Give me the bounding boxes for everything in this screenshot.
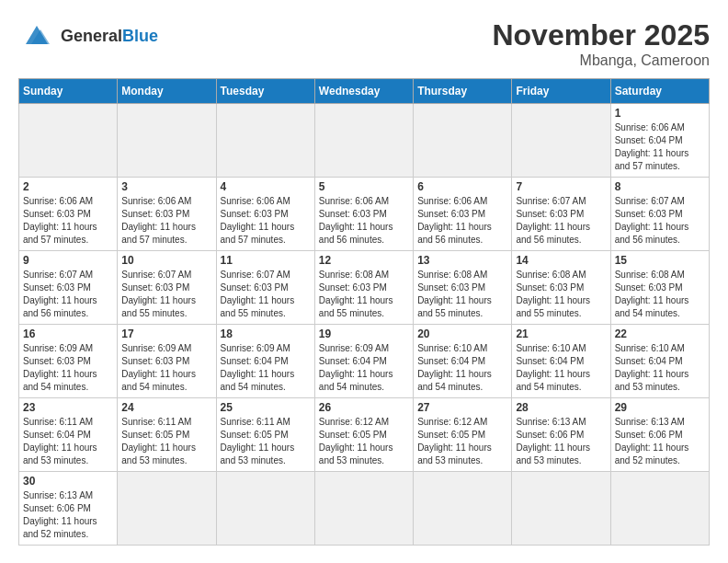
day-info: Sunrise: 6:06 AM Sunset: 6:03 PM Dayligh… <box>417 195 507 247</box>
day-info: Sunrise: 6:08 AM Sunset: 6:03 PM Dayligh… <box>319 269 409 320</box>
calendar-cell: 8Sunrise: 6:07 AM Sunset: 6:03 PM Daylig… <box>610 178 709 251</box>
day-number: 2 <box>23 180 113 193</box>
day-info: Sunrise: 6:06 AM Sunset: 6:04 PM Dayligh… <box>615 121 705 173</box>
week-row-5: 30Sunrise: 6:13 AM Sunset: 6:06 PM Dayli… <box>19 472 710 546</box>
calendar-cell: 23Sunrise: 6:11 AM Sunset: 6:04 PM Dayli… <box>19 398 118 472</box>
weekday-header-thursday: Thursday <box>414 79 512 104</box>
day-number: 26 <box>319 401 409 414</box>
day-info: Sunrise: 6:06 AM Sunset: 6:03 PM Dayligh… <box>221 195 311 247</box>
calendar-cell: 11Sunrise: 6:07 AM Sunset: 6:03 PM Dayli… <box>216 251 314 325</box>
calendar-cell: 15Sunrise: 6:08 AM Sunset: 6:03 PM Dayli… <box>610 251 709 325</box>
calendar-cell <box>414 104 512 178</box>
weekday-header-wednesday: Wednesday <box>314 79 413 104</box>
day-number: 19 <box>319 327 409 340</box>
calendar-cell: 28Sunrise: 6:13 AM Sunset: 6:06 PM Dayli… <box>512 398 610 472</box>
calendar-cell <box>314 472 413 546</box>
calendar-cell: 21Sunrise: 6:10 AM Sunset: 6:04 PM Dayli… <box>512 325 610 398</box>
day-info: Sunrise: 6:13 AM Sunset: 6:06 PM Dayligh… <box>615 416 705 467</box>
weekday-header-sunday: Sunday <box>19 79 118 104</box>
weekday-header-monday: Monday <box>118 79 216 104</box>
calendar-cell: 13Sunrise: 6:08 AM Sunset: 6:03 PM Dayli… <box>414 251 512 325</box>
calendar-cell: 30Sunrise: 6:13 AM Sunset: 6:06 PM Dayli… <box>19 472 118 546</box>
day-info: Sunrise: 6:07 AM Sunset: 6:03 PM Dayligh… <box>516 195 606 247</box>
calendar-cell: 25Sunrise: 6:11 AM Sunset: 6:05 PM Dayli… <box>216 398 314 472</box>
day-info: Sunrise: 6:08 AM Sunset: 6:03 PM Dayligh… <box>615 269 705 320</box>
day-info: Sunrise: 6:06 AM Sunset: 6:03 PM Dayligh… <box>319 195 409 247</box>
day-info: Sunrise: 6:07 AM Sunset: 6:03 PM Dayligh… <box>615 195 705 247</box>
day-number: 14 <box>516 254 606 267</box>
calendar-cell <box>512 472 610 546</box>
calendar-cell <box>19 104 118 178</box>
calendar-cell <box>314 104 413 178</box>
day-info: Sunrise: 6:13 AM Sunset: 6:06 PM Dayligh… <box>23 489 113 541</box>
day-info: Sunrise: 6:11 AM Sunset: 6:05 PM Dayligh… <box>121 416 211 467</box>
week-row-0: 1Sunrise: 6:06 AM Sunset: 6:04 PM Daylig… <box>19 104 710 178</box>
day-info: Sunrise: 6:09 AM Sunset: 6:04 PM Dayligh… <box>319 342 409 394</box>
day-number: 15 <box>615 254 705 267</box>
day-number: 17 <box>121 327 211 340</box>
month-title: November 2025 <box>492 18 710 52</box>
logo-blue: Blue <box>122 27 158 45</box>
day-number: 1 <box>615 107 705 120</box>
day-number: 10 <box>121 254 211 267</box>
logo: GeneralBlue <box>18 18 158 55</box>
calendar-cell: 10Sunrise: 6:07 AM Sunset: 6:03 PM Dayli… <box>118 251 216 325</box>
calendar-cell: 3Sunrise: 6:06 AM Sunset: 6:03 PM Daylig… <box>118 178 216 251</box>
calendar-cell: 22Sunrise: 6:10 AM Sunset: 6:04 PM Dayli… <box>610 325 709 398</box>
day-info: Sunrise: 6:10 AM Sunset: 6:04 PM Dayligh… <box>516 342 606 394</box>
calendar-cell <box>512 104 610 178</box>
calendar-cell: 2Sunrise: 6:06 AM Sunset: 6:03 PM Daylig… <box>19 178 118 251</box>
calendar-cell: 5Sunrise: 6:06 AM Sunset: 6:03 PM Daylig… <box>314 178 413 251</box>
week-row-1: 2Sunrise: 6:06 AM Sunset: 6:03 PM Daylig… <box>19 178 710 251</box>
day-number: 23 <box>23 401 113 414</box>
logo-general: General <box>61 27 122 45</box>
day-info: Sunrise: 6:08 AM Sunset: 6:03 PM Dayligh… <box>516 269 606 320</box>
title-block: November 2025 Mbanga, Cameroon <box>492 18 710 69</box>
calendar-cell: 6Sunrise: 6:06 AM Sunset: 6:03 PM Daylig… <box>414 178 512 251</box>
calendar-cell: 24Sunrise: 6:11 AM Sunset: 6:05 PM Dayli… <box>118 398 216 472</box>
calendar-cell <box>216 104 314 178</box>
day-info: Sunrise: 6:10 AM Sunset: 6:04 PM Dayligh… <box>615 342 705 394</box>
day-info: Sunrise: 6:13 AM Sunset: 6:06 PM Dayligh… <box>516 416 606 467</box>
day-number: 13 <box>417 254 507 267</box>
day-info: Sunrise: 6:12 AM Sunset: 6:05 PM Dayligh… <box>319 416 409 467</box>
day-number: 21 <box>516 327 606 340</box>
calendar-cell: 27Sunrise: 6:12 AM Sunset: 6:05 PM Dayli… <box>414 398 512 472</box>
day-info: Sunrise: 6:06 AM Sunset: 6:03 PM Dayligh… <box>23 195 113 247</box>
day-number: 3 <box>121 180 211 193</box>
calendar-cell: 14Sunrise: 6:08 AM Sunset: 6:03 PM Dayli… <box>512 251 610 325</box>
day-info: Sunrise: 6:07 AM Sunset: 6:03 PM Dayligh… <box>121 269 211 320</box>
weekday-header-saturday: Saturday <box>610 79 709 104</box>
day-number: 22 <box>615 327 705 340</box>
calendar-cell: 4Sunrise: 6:06 AM Sunset: 6:03 PM Daylig… <box>216 178 314 251</box>
day-number: 25 <box>221 401 311 414</box>
calendar-cell: 7Sunrise: 6:07 AM Sunset: 6:03 PM Daylig… <box>512 178 610 251</box>
day-info: Sunrise: 6:06 AM Sunset: 6:03 PM Dayligh… <box>121 195 211 247</box>
page-header: GeneralBlue November 2025 Mbanga, Camero… <box>18 18 710 69</box>
day-number: 11 <box>221 254 311 267</box>
week-row-2: 9Sunrise: 6:07 AM Sunset: 6:03 PM Daylig… <box>19 251 710 325</box>
weekday-header-friday: Friday <box>512 79 610 104</box>
day-number: 6 <box>417 180 507 193</box>
day-info: Sunrise: 6:10 AM Sunset: 6:04 PM Dayligh… <box>417 342 507 394</box>
calendar-table: SundayMondayTuesdayWednesdayThursdayFrid… <box>18 78 710 546</box>
day-number: 18 <box>221 327 311 340</box>
day-number: 28 <box>516 401 606 414</box>
weekday-header-row: SundayMondayTuesdayWednesdayThursdayFrid… <box>19 79 710 104</box>
day-info: Sunrise: 6:11 AM Sunset: 6:04 PM Dayligh… <box>23 416 113 467</box>
day-number: 9 <box>23 254 113 267</box>
calendar-cell <box>118 472 216 546</box>
logo-icon <box>18 18 55 55</box>
day-number: 4 <box>221 180 311 193</box>
calendar-cell: 1Sunrise: 6:06 AM Sunset: 6:04 PM Daylig… <box>610 104 709 178</box>
day-info: Sunrise: 6:07 AM Sunset: 6:03 PM Dayligh… <box>23 269 113 320</box>
week-row-3: 16Sunrise: 6:09 AM Sunset: 6:03 PM Dayli… <box>19 325 710 398</box>
calendar-cell <box>118 104 216 178</box>
day-number: 20 <box>417 327 507 340</box>
day-number: 8 <box>615 180 705 193</box>
weekday-header-tuesday: Tuesday <box>216 79 314 104</box>
day-info: Sunrise: 6:07 AM Sunset: 6:03 PM Dayligh… <box>221 269 311 320</box>
day-number: 7 <box>516 180 606 193</box>
day-number: 12 <box>319 254 409 267</box>
week-row-4: 23Sunrise: 6:11 AM Sunset: 6:04 PM Dayli… <box>19 398 710 472</box>
